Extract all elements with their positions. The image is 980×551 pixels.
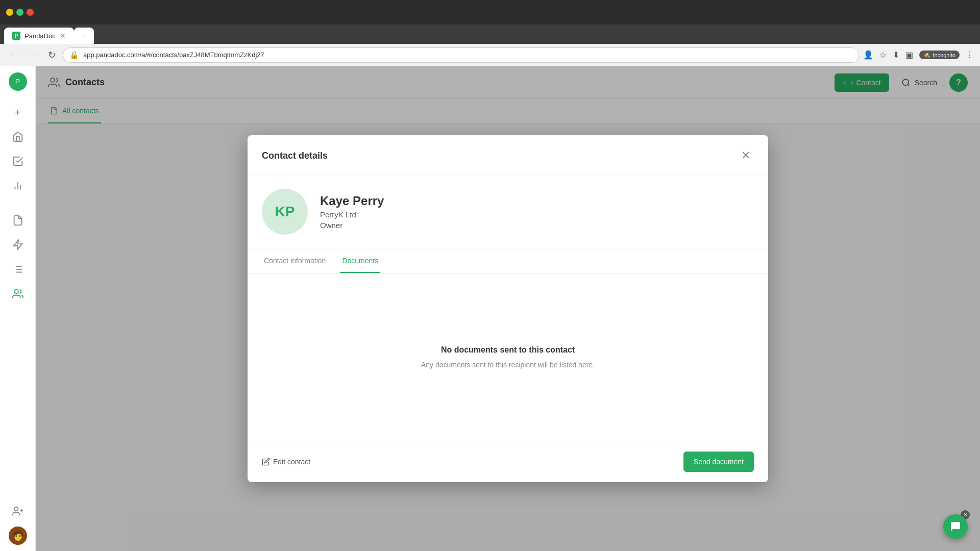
browser-titlebar: [0, 0, 980, 24]
back-button[interactable]: ←: [6, 47, 21, 62]
contacts-icon: [12, 288, 23, 299]
user-avatar[interactable]: 🧑: [9, 527, 27, 545]
contact-profile: KP Kaye Perry PerryK Ltd Owner: [248, 174, 768, 249]
tab-label: PandaDoc: [24, 32, 56, 40]
app-container: P + 🧑: [0, 66, 980, 551]
contact-initials: KP: [275, 204, 295, 220]
add-icon: +: [15, 107, 21, 118]
close-browser-button[interactable]: [27, 9, 34, 16]
browser-traffic-lights: [6, 9, 34, 16]
contact-info: Kaye Perry PerryK Ltd Owner: [320, 194, 384, 230]
tab-favicon: P: [12, 32, 20, 40]
modal-header: Contact details ✕: [248, 135, 768, 174]
maximize-button[interactable]: [16, 9, 23, 16]
edit-icon: [262, 458, 270, 466]
modal-close-button[interactable]: ✕: [738, 147, 754, 164]
modal-footer: Edit contact Send document: [248, 441, 768, 482]
download-icon[interactable]: ⬇: [893, 50, 899, 60]
modal-title: Contact details: [262, 151, 328, 161]
sidebar-item-documents[interactable]: [7, 209, 29, 232]
add-user-icon: [12, 506, 23, 517]
svg-marker-3: [13, 240, 22, 249]
lightning-icon: [12, 239, 23, 251]
sidebar-bottom: 🧑: [7, 500, 29, 545]
minimize-button[interactable]: [6, 9, 13, 16]
edit-contact-button[interactable]: Edit contact: [262, 458, 310, 466]
list-icon: [12, 264, 23, 275]
analytics-icon: [12, 180, 23, 191]
home-icon: [12, 131, 23, 142]
documents-icon: [12, 215, 23, 226]
chat-icon: [949, 520, 962, 533]
sidebar-item-analytics[interactable]: [7, 174, 29, 197]
tasks-icon: [12, 156, 23, 167]
contact-avatar: KP: [262, 189, 308, 235]
reload-button[interactable]: ↻: [45, 47, 59, 63]
modal-tabs: Contact information Documents: [248, 249, 768, 273]
tab-contact-information-label: Contact information: [264, 257, 326, 265]
sidebar: P + 🧑: [0, 66, 36, 551]
svg-point-11: [14, 507, 18, 511]
sidebar-item-add[interactable]: +: [7, 101, 29, 123]
sidebar-item-home[interactable]: [7, 126, 29, 148]
sidebar-item-contacts[interactable]: [7, 283, 29, 305]
sidebar-item-tasks[interactable]: [7, 150, 29, 172]
browser-nav-bar: ← → ↻ 🔒 app.pandadoc.com/a/#/contacts/ba…: [0, 44, 980, 66]
address-bar[interactable]: 🔒 app.pandadoc.com/a/#/contacts/baxZJ48M…: [63, 47, 859, 63]
forward-button[interactable]: →: [26, 47, 41, 62]
incognito-label: Incognito: [933, 52, 955, 58]
main-content: Contacts + + Contact Search ? All: [36, 66, 980, 551]
nav-icons: 👤 ☆ ⬇ ▣ 🕵 Incognito ⋮: [863, 50, 974, 60]
contact-company: PerryK Ltd: [320, 210, 384, 219]
tab-close-button[interactable]: ✕: [60, 32, 66, 40]
empty-state-subtitle: Any documents sent to this recipient wil…: [421, 361, 595, 369]
incognito-badge: 🕵 Incognito: [919, 51, 960, 59]
active-tab[interactable]: P PandaDoc ✕: [4, 28, 74, 44]
edit-contact-label: Edit contact: [273, 458, 310, 466]
menu-icon[interactable]: ⋮: [966, 50, 974, 60]
contact-name: Kaye Perry: [320, 194, 384, 208]
tab-documents[interactable]: Documents: [340, 249, 380, 273]
chat-widget-button[interactable]: [943, 514, 968, 539]
app-logo: P: [9, 72, 27, 91]
send-document-button[interactable]: Send document: [683, 452, 754, 472]
sidebar-item-lightning[interactable]: [7, 234, 29, 256]
contact-details-modal: Contact details ✕ KP Kaye Perry PerryK L…: [248, 135, 768, 482]
profile-icon: 👤: [863, 50, 873, 60]
browser-tab-bar: P PandaDoc ✕ +: [0, 24, 980, 44]
tab-contact-information[interactable]: Contact information: [262, 249, 328, 273]
empty-state-title: No documents sent to this contact: [441, 345, 575, 355]
tab-documents-label: Documents: [342, 257, 378, 265]
bookmark-icon[interactable]: ☆: [879, 50, 887, 60]
url-text: app.pandadoc.com/a/#/contacts/baxZJ48MTb…: [83, 51, 264, 59]
chat-widget-wrapper: ✕: [943, 514, 968, 539]
contact-role: Owner: [320, 221, 384, 230]
new-tab-button[interactable]: +: [74, 28, 94, 44]
incognito-icon: 🕵: [923, 52, 930, 58]
svg-point-10: [14, 290, 18, 293]
sidebar-item-add-user[interactable]: [7, 500, 29, 522]
modal-overlay: Contact details ✕ KP Kaye Perry PerryK L…: [36, 66, 980, 551]
sidebar-toggle-icon[interactable]: ▣: [905, 50, 913, 60]
sidebar-item-list[interactable]: [7, 258, 29, 281]
modal-body: No documents sent to this contact Any do…: [248, 273, 768, 441]
send-document-label: Send document: [694, 458, 744, 466]
chat-widget-container: ✕: [943, 514, 968, 539]
